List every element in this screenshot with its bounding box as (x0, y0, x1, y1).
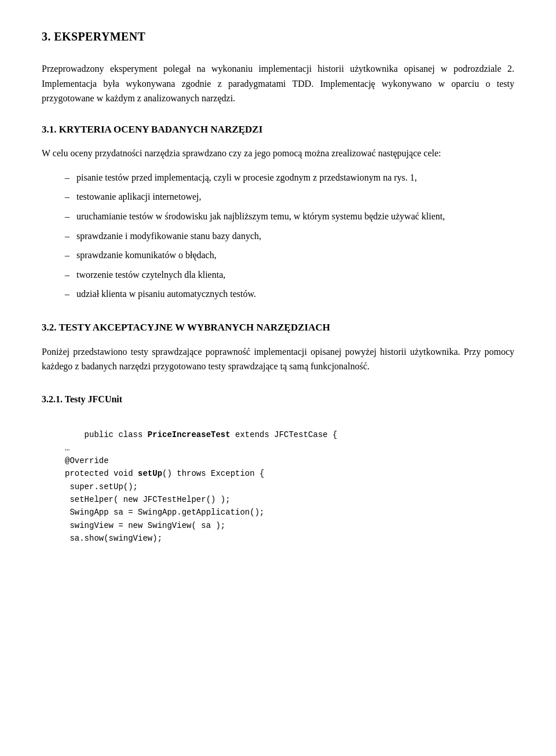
list-item: sprawdzanie komunikatów o błędach, (65, 248, 514, 263)
subsection-32-para1: Poniżej przedstawiono testy sprawdzające… (42, 344, 514, 374)
code-line-7: SwingApp sa = SwingApp.getApplication(); (65, 508, 264, 517)
list-item: pisanie testów przed implementacją, czyl… (65, 170, 514, 185)
code-line-2: … (65, 443, 70, 453)
subsection-31-heading: 3.1. KRYTERIA OCENY BADANYCH NARZĘDZI (42, 122, 514, 137)
list-item: uruchamianie testów w środowisku jak naj… (65, 209, 514, 224)
code-line-5: super.setUp(); (65, 482, 138, 491)
code-line-4: protected void setUp() throws Exception … (65, 469, 264, 478)
criteria-list: pisanie testów przed implementacją, czyl… (65, 170, 514, 302)
code-line-8: swingView = new SwingView( sa ); (65, 521, 225, 530)
subsection-32-heading: 3.2. TESTY AKCEPTACYJNE W WYBRANYCH NARZ… (42, 320, 514, 335)
subsection-321-heading: 3.2.1. Testy JFCUnit (42, 392, 514, 406)
code-bold-4: setUp (138, 469, 162, 478)
code-line-3: @Override (65, 456, 109, 465)
list-item: testowanie aplikacji internetowej, (65, 189, 514, 204)
code-line-6: setHelper( new JFCTestHelper() ); (65, 495, 231, 504)
code-line-1: public class PriceIncreaseTest extends J… (85, 430, 338, 439)
list-item: tworzenie testów czytelnych dla klienta, (65, 267, 514, 282)
code-line-9: sa.show(swingView); (65, 534, 162, 543)
code-block-jfcunit: public class PriceIncreaseTest extends J… (65, 416, 514, 558)
list-item: sprawdzanie i modyfikowanie stanu bazy d… (65, 229, 514, 244)
code-bold-1: PriceIncreaseTest (148, 430, 231, 439)
list-item: udział klienta w pisaniu automatycznych … (65, 287, 514, 302)
intro-paragraph: Przeprowadzony eksperyment polegał na wy… (42, 61, 514, 106)
subsection-31-intro: W celu oceny przydatności narzędzia spra… (42, 146, 514, 161)
page-content: 3. EKSPERYMENT Przeprowadzony eksperymen… (42, 28, 514, 558)
section-3-heading: 3. EKSPERYMENT (42, 28, 514, 45)
